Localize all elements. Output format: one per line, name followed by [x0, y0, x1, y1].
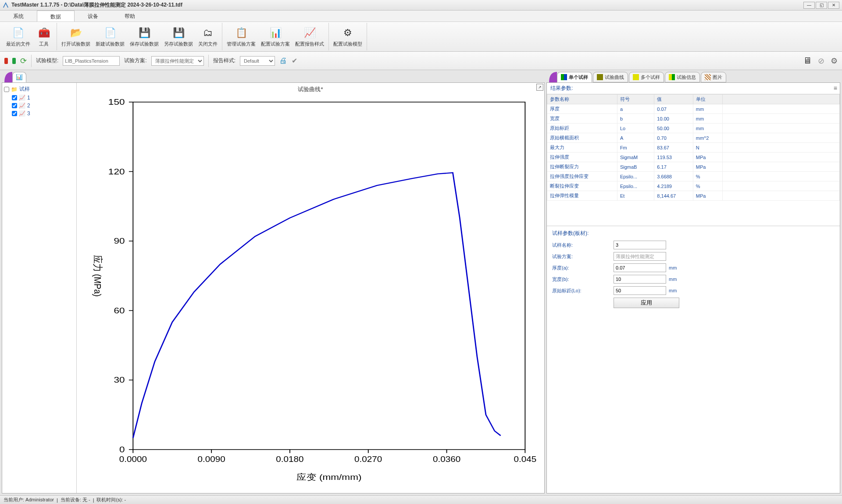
menu-system[interactable]: 系统	[0, 11, 37, 21]
statusbar: 当前用户: Administrator| 当前设备: 无 -| 联机时间(s):…	[0, 495, 842, 504]
print-icon[interactable]: 🖨	[279, 56, 287, 65]
tree-item-2[interactable]: 📈2	[4, 102, 75, 110]
table-row[interactable]: 原始标距Lo50.00mm	[547, 124, 840, 133]
stress-strain-chart[interactable]: 03060901201500.00000.00900.01800.02700.0…	[79, 95, 542, 484]
expand-chart-button[interactable]: ↗	[536, 84, 543, 91]
svg-text:0.0180: 0.0180	[276, 455, 303, 464]
tree-root-checkbox[interactable]	[4, 87, 9, 92]
tree-item-1[interactable]: 📈1	[4, 94, 75, 102]
tab-test-info[interactable]: 试验信息	[665, 72, 700, 82]
tools-icon: 🧰	[37, 26, 51, 40]
recent-files-button[interactable]: 📄最近的文件	[4, 23, 33, 50]
svg-text:30: 30	[114, 375, 125, 384]
col-name[interactable]: 参数名称	[547, 95, 617, 104]
tab-image[interactable]: 图片	[701, 72, 726, 82]
width-input[interactable]	[614, 275, 666, 284]
marker-green-icon[interactable]	[12, 58, 16, 64]
tree-root[interactable]: 📁 试样	[4, 85, 75, 94]
table-row[interactable]: 最大力Fm83.67N	[547, 143, 840, 153]
left-tab-chart[interactable]: 📊	[12, 72, 26, 82]
col-symbol[interactable]: 符号	[617, 95, 654, 104]
minimize-button[interactable]: —	[803, 2, 815, 9]
svg-text:0.0090: 0.0090	[198, 455, 225, 464]
settings-icon[interactable]: ⚙	[831, 56, 838, 66]
table-row[interactable]: 宽度b10.00mm	[547, 114, 840, 124]
status-device: 当前设备: 无 -	[61, 497, 90, 503]
tree-check-2[interactable]	[12, 103, 17, 108]
tab-multi-sample[interactable]: 多个试样	[629, 72, 664, 82]
svg-text:90: 90	[114, 236, 125, 245]
right-pane: 结果参数: ≡ 参数名称 符号 值 单位 厚度a0.07mm宽度b10.00mm…	[546, 82, 840, 493]
sample-tree: 📁 试样 📈1 📈2 📈3	[2, 83, 77, 493]
maximize-button[interactable]: ◱	[816, 2, 827, 9]
manage-plan-button[interactable]: 📋管理试验方案	[224, 23, 258, 50]
gauge-label: 原始标距(Lo):	[552, 287, 614, 294]
marker-red-icon[interactable]	[4, 58, 8, 64]
results-table-wrap[interactable]: 参数名称 符号 值 单位 厚度a0.07mm宽度b10.00mm原始标距Lo50…	[547, 94, 840, 226]
width-label: 宽度(b):	[552, 276, 614, 283]
table-row[interactable]: 原始横截面积A0.70mm^2	[547, 133, 840, 143]
svg-text:0.0270: 0.0270	[354, 455, 382, 464]
open-folder-icon: 📂	[69, 26, 83, 40]
table-row[interactable]: 断裂拉伸应变Epsilo...4.2189%	[547, 181, 840, 191]
table-row[interactable]: 拉伸强度SigmaM119.53MPa	[547, 153, 840, 162]
plan-select[interactable]: 薄膜拉伸性能测定	[151, 56, 204, 66]
gauge-input[interactable]	[614, 286, 666, 295]
close-file-button[interactable]: 🗂关闭文件	[196, 23, 220, 50]
svg-text:0.0360: 0.0360	[433, 455, 460, 464]
left-pane: 📁 试样 📈1 📈2 📈3 ↗ 试验曲线* 03060901201500.000…	[2, 82, 545, 493]
table-row[interactable]: 拉伸弹性模量Et8,144.67MPa	[547, 191, 840, 201]
thickness-input[interactable]	[614, 263, 666, 272]
tree-item-3[interactable]: 📈3	[4, 110, 75, 117]
col-value[interactable]: 值	[654, 95, 693, 104]
workspace: 📁 试样 📈1 📈2 📈3 ↗ 试验曲线* 03060901201500.000…	[0, 82, 842, 495]
report-select[interactable]: Default	[240, 56, 275, 66]
plan-label: 试验方案:	[124, 57, 146, 64]
menu-device[interactable]: 设备	[75, 11, 111, 21]
close-button[interactable]: ✕	[828, 2, 839, 9]
tools-button[interactable]: 🧰工具	[33, 23, 55, 50]
close-file-icon: 🗂	[201, 26, 215, 40]
svg-text:60: 60	[114, 306, 125, 315]
config-report-button[interactable]: 📈配置报告样式	[293, 23, 327, 50]
sample-name-input[interactable]	[614, 241, 666, 249]
config-report-icon: 📈	[303, 26, 317, 40]
apply-button[interactable]: 应用	[614, 298, 679, 308]
saveas-data-button[interactable]: 💾另存试验数据	[161, 23, 196, 50]
tab-test-curve[interactable]: 试验曲线	[593, 72, 628, 82]
svg-text:0.045: 0.045	[514, 455, 536, 464]
check-icon[interactable]: ✔	[292, 57, 297, 65]
sample-icon: 📈	[19, 103, 25, 109]
sample-name-label: 试样名称:	[552, 242, 614, 248]
new-data-button[interactable]: 📄新建试验数据	[93, 23, 127, 50]
tree-check-3[interactable]	[12, 111, 17, 116]
table-row[interactable]: 拉伸断裂应力SigmaB6.17MPa	[547, 162, 840, 172]
save-data-button[interactable]: 💾保存试验数据	[127, 23, 161, 50]
config-model-button[interactable]: ⚙配置试验模型	[331, 23, 365, 50]
stop-icon[interactable]: ⊘	[818, 56, 824, 66]
sample-params-header: 试样参数(板材):	[552, 230, 835, 237]
chart-title: 试验曲线*	[79, 85, 542, 93]
config-plan-button[interactable]: 📊配置试验方案	[258, 23, 293, 50]
image-tab-icon	[705, 74, 711, 80]
tree-check-1[interactable]	[12, 95, 17, 100]
menu-data[interactable]: 数据	[37, 11, 75, 21]
col-unit[interactable]: 单位	[693, 95, 722, 104]
machine-icon[interactable]: 🖥	[803, 56, 812, 66]
test-curve-icon	[597, 74, 603, 80]
recent-files-icon: 📄	[11, 26, 25, 40]
open-data-button[interactable]: 📂打开试验数据	[59, 23, 93, 50]
table-row[interactable]: 厚度a0.07mm	[547, 104, 840, 114]
test-info-icon	[669, 74, 675, 80]
tab-single-sample[interactable]: 单个试样	[557, 72, 592, 82]
chart-panel: ↗ 试验曲线* 03060901201500.00000.00900.01800…	[77, 83, 544, 493]
menu-help[interactable]: 帮助	[111, 11, 148, 21]
table-row[interactable]: 拉伸强度拉伸应变Epsilo...3.6688%	[547, 172, 840, 181]
refresh-icon[interactable]: ⟳	[20, 56, 27, 66]
model-input[interactable]	[63, 56, 120, 66]
svg-text:150: 150	[108, 97, 125, 106]
sample-icon: 📈	[19, 110, 25, 117]
results-menu-icon[interactable]: ≡	[834, 85, 837, 92]
results-header: 结果参数: ≡	[547, 83, 840, 94]
chart-tab-icon: 📊	[16, 74, 22, 80]
